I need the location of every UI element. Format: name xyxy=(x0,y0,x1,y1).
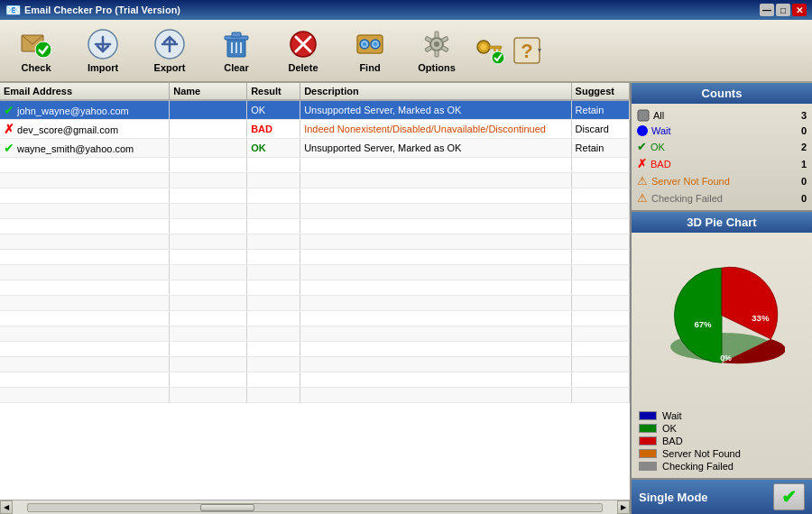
svg-point-1 xyxy=(35,41,51,58)
clear-label: Clear xyxy=(224,62,249,73)
table-row[interactable] xyxy=(0,219,630,234)
clear-icon xyxy=(220,28,253,60)
table-row[interactable] xyxy=(0,326,630,342)
count-row-checking-failed[interactable]: ⚠ Checking Failed 0 xyxy=(637,189,807,207)
legend-color-bad xyxy=(639,436,657,445)
pie-chart: 67% 33% 0% xyxy=(659,261,785,378)
svg-point-17 xyxy=(374,42,377,46)
chart-legend: Wait OK BAD Server Not Found Checking Fa… xyxy=(632,406,812,478)
counts-title: Counts xyxy=(632,83,812,104)
email-table: Email Address Name Result Description Su xyxy=(0,83,630,403)
chart-label-wait: 0% xyxy=(720,353,732,363)
count-row-bad[interactable]: ✗ BAD 1 xyxy=(637,155,807,172)
options-button[interactable]: Options xyxy=(404,23,469,78)
col-description[interactable]: Description xyxy=(300,83,571,100)
col-name[interactable]: Name xyxy=(170,83,247,100)
table-row[interactable] xyxy=(0,173,630,188)
svg-rect-35 xyxy=(638,110,649,121)
scroll-track[interactable] xyxy=(27,503,603,512)
table-row[interactable] xyxy=(0,158,630,173)
table-row[interactable] xyxy=(0,296,630,311)
minimize-button[interactable]: — xyxy=(760,4,774,16)
single-mode-check[interactable]: ✔ xyxy=(773,483,805,510)
help-button[interactable]: ? xyxy=(509,23,545,78)
maximize-button[interactable]: □ xyxy=(776,4,790,16)
single-mode-bar[interactable]: Single Mode ✔ xyxy=(632,480,812,514)
chart-label-bad: 33% xyxy=(752,313,770,323)
find-icon xyxy=(354,28,386,60)
svg-rect-21 xyxy=(441,36,448,42)
horizontal-scrollbar[interactable]: ◀ ▶ xyxy=(0,500,630,514)
table-header: Email Address Name Result Description Su xyxy=(0,83,630,100)
chart-title: 3D Pie Chart xyxy=(632,212,812,233)
check-button[interactable]: Check xyxy=(4,23,69,78)
col-email[interactable]: Email Address xyxy=(0,83,170,100)
table-body: ✔ john_wayne@yahoo.com OK Unsupported Se… xyxy=(0,100,630,403)
scroll-right-button[interactable]: ▶ xyxy=(617,500,630,514)
cell-description: Unsupported Server, Marked as OK xyxy=(300,100,571,120)
col-result[interactable]: Result xyxy=(247,83,300,100)
cell-result: OK xyxy=(247,139,300,158)
legend-color-server xyxy=(639,449,657,458)
table-row[interactable] xyxy=(0,234,630,250)
table-row[interactable] xyxy=(0,388,630,403)
all-icon xyxy=(637,109,650,122)
table-row[interactable] xyxy=(0,265,630,280)
window-controls: — □ ✕ xyxy=(760,4,807,16)
table-row[interactable]: ✗ dev_score@gmail.com BAD Indeed Nonexis… xyxy=(0,120,630,139)
svg-rect-20 xyxy=(435,32,438,38)
table-row[interactable] xyxy=(0,311,630,326)
scroll-thumb[interactable] xyxy=(200,504,254,511)
table-row[interactable] xyxy=(0,188,630,204)
legend-color-ok xyxy=(639,424,657,433)
table-row[interactable] xyxy=(0,204,630,219)
svg-point-27 xyxy=(481,44,487,50)
scroll-left-button[interactable]: ◀ xyxy=(0,500,13,514)
import-button[interactable]: Import xyxy=(70,23,135,78)
clear-button[interactable]: Clear xyxy=(204,23,269,78)
table-row[interactable]: ✔ wayne_smith@yahoo.com OK Unsupported S… xyxy=(0,139,630,158)
status-ok-icon: ✔ xyxy=(4,141,14,155)
table-row[interactable] xyxy=(0,250,630,265)
counts-list: All 3 Wait 0 ✔ OK xyxy=(632,104,812,210)
col-suggest[interactable]: Suggest xyxy=(571,83,629,100)
delete-button[interactable]: Delete xyxy=(271,23,336,78)
legend-server-not-found: Server Not Found xyxy=(639,447,805,460)
svg-rect-24 xyxy=(425,46,432,52)
table-row[interactable] xyxy=(0,372,630,388)
key-button[interactable] xyxy=(471,23,507,78)
svg-rect-30 xyxy=(494,49,496,51)
count-row-all[interactable]: All 3 xyxy=(637,107,807,124)
ok-icon: ✔ xyxy=(637,140,647,153)
close-button[interactable]: ✕ xyxy=(792,4,807,16)
import-icon xyxy=(87,28,119,60)
wait-icon xyxy=(637,125,648,136)
svg-text:?: ? xyxy=(521,40,532,62)
find-label: Find xyxy=(359,62,380,73)
cell-name xyxy=(170,100,247,120)
warn-icon: ⚠ xyxy=(637,174,648,188)
cell-description: Unsupported Server, Marked as OK xyxy=(300,139,571,158)
check-label: Check xyxy=(21,62,51,73)
legend-color-wait xyxy=(639,411,657,420)
table-row[interactable] xyxy=(0,342,630,357)
count-row-wait[interactable]: Wait 0 xyxy=(637,124,807,138)
main-area: Email Address Name Result Description Su xyxy=(0,83,812,514)
table-row[interactable] xyxy=(0,280,630,296)
bad-icon: ✗ xyxy=(637,157,647,170)
app-icon: 📧 xyxy=(5,3,21,17)
table-wrapper[interactable]: Email Address Name Result Description Su xyxy=(0,83,630,500)
table-row[interactable]: ✔ john_wayne@yahoo.com OK Unsupported Se… xyxy=(0,100,630,120)
table-row[interactable] xyxy=(0,357,630,372)
cell-email: ✗ dev_score@gmail.com xyxy=(0,120,170,139)
cell-suggest: Discard xyxy=(571,120,629,139)
svg-rect-28 xyxy=(489,46,502,49)
export-icon xyxy=(153,28,186,60)
count-row-server-not-found[interactable]: ⚠ Server Not Found 0 xyxy=(637,172,807,189)
count-row-ok[interactable]: ✔ OK 2 xyxy=(637,138,807,155)
export-button[interactable]: Export xyxy=(137,23,202,78)
delete-icon xyxy=(287,28,319,60)
title-bar: 📧 Email Checker Pro (Trial Version) — □ … xyxy=(0,0,812,20)
help-icon: ? xyxy=(511,34,543,67)
find-button[interactable]: Find xyxy=(337,23,402,78)
